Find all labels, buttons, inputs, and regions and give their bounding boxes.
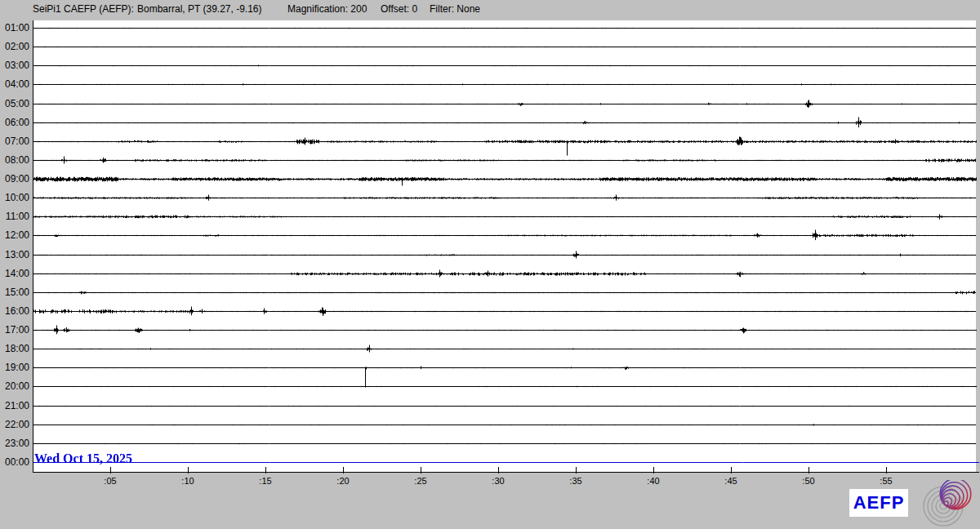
helicorder-app: { "header": { "station": "SeiPi1 CAEFP (… [0, 0, 980, 529]
date-label: Wed Oct 15, 2025 [34, 451, 132, 466]
aefp-logo-text: AEFP [853, 492, 905, 513]
seismic-spiral-icon [918, 480, 980, 529]
helicorder-traces [0, 0, 980, 529]
aefp-logo-box: AEFP [849, 489, 908, 517]
